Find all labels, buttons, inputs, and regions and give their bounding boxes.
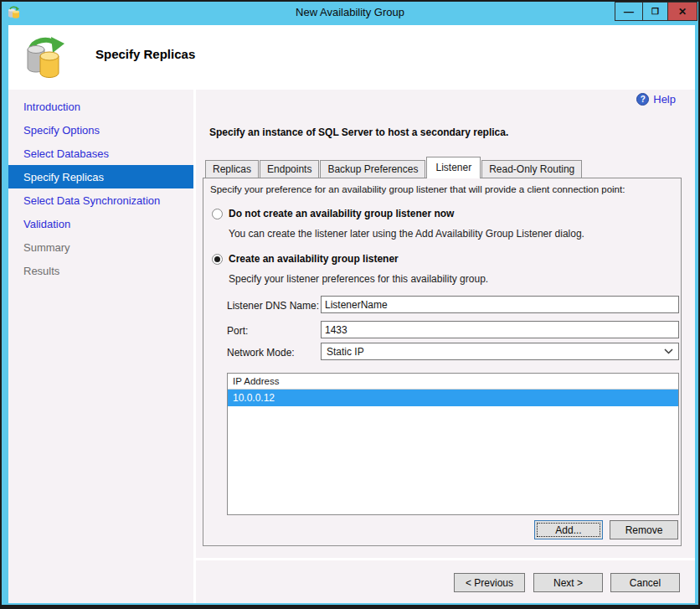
- tab-strip: Replicas Endpoints Backup Preferences Li…: [205, 157, 583, 178]
- sidebar-item-specify-options[interactable]: Specify Options: [8, 118, 193, 142]
- add-button[interactable]: Add...: [534, 520, 603, 539]
- cancel-button[interactable]: Cancel: [610, 573, 680, 592]
- previous-button[interactable]: < Previous: [454, 573, 525, 592]
- sidebar-item-summary: Summary: [8, 235, 193, 259]
- minimize-icon: —: [624, 6, 634, 18]
- maximize-icon: ❐: [651, 7, 659, 16]
- listener-dns-name-input[interactable]: [321, 296, 679, 313]
- main-content: ? Help Specify an instance of SQL Server…: [196, 90, 695, 603]
- radio-do-not-create-listener-description: You can create the listener later using …: [229, 228, 584, 240]
- page-instruction: Specify an instance of SQL Server to hos…: [209, 126, 508, 138]
- radio-create-listener[interactable]: [212, 254, 223, 265]
- radio-do-not-create-listener[interactable]: [212, 209, 223, 219]
- radio-create-listener-description: Specify your listener preferences for th…: [229, 273, 488, 285]
- close-icon: ✕: [678, 6, 687, 18]
- remove-button[interactable]: Remove: [610, 520, 678, 539]
- replica-database-icon: [22, 34, 67, 82]
- wizard-steps-sidebar: Introduction Specify Options Select Data…: [8, 90, 193, 603]
- network-mode-select[interactable]: Static IP: [321, 343, 679, 360]
- network-mode-label: Network Mode:: [227, 347, 295, 359]
- port-input[interactable]: [321, 321, 679, 338]
- window-controls: — ❐ ✕: [615, 2, 697, 21]
- wizard-body: Introduction Specify Options Select Data…: [8, 90, 695, 603]
- help-label: Help: [653, 93, 676, 106]
- sidebar-item-introduction[interactable]: Introduction: [8, 95, 193, 118]
- sidebar-item-select-data-synchronization[interactable]: Select Data Synchronization: [8, 188, 193, 212]
- ip-address-column-header[interactable]: IP Address: [228, 374, 678, 390]
- maximize-button[interactable]: ❐: [643, 2, 668, 21]
- tab-replicas[interactable]: Replicas: [205, 160, 259, 178]
- listener-tab-panel: Specify your preference for an availabil…: [203, 178, 682, 546]
- titlebar: New Availability Group — ❐ ✕: [2, 2, 698, 23]
- tab-backup-preferences[interactable]: Backup Preferences: [320, 160, 425, 178]
- sidebar-item-validation[interactable]: Validation: [8, 212, 193, 235]
- window-title: New Availability Group: [2, 6, 698, 18]
- window-frame: New Availability Group — ❐ ✕ Specify Rep…: [2, 2, 698, 605]
- help-icon: ?: [636, 93, 649, 106]
- chevron-down-icon: [664, 348, 673, 354]
- listener-dns-name-label: Listener DNS Name:: [227, 300, 319, 312]
- tab-listener[interactable]: Listener: [426, 157, 481, 178]
- ip-address-row[interactable]: 10.0.0.12: [228, 390, 678, 406]
- wizard-header: Specify Replicas: [8, 25, 695, 90]
- ip-address-list: IP Address 10.0.0.12: [227, 373, 679, 515]
- sidebar-item-select-databases[interactable]: Select Databases: [8, 142, 193, 165]
- close-button[interactable]: ✕: [668, 2, 697, 21]
- tab-read-only-routing[interactable]: Read-Only Routing: [481, 160, 582, 178]
- radio-create-listener-label[interactable]: Create an availability group listener: [229, 253, 399, 265]
- wizard-dialog: Specify Replicas Introduction Specify Op…: [8, 25, 695, 603]
- network-mode-value: Static IP: [327, 346, 664, 358]
- help-link[interactable]: ? Help: [636, 93, 676, 106]
- sidebar-item-results: Results: [8, 259, 193, 282]
- next-button[interactable]: Next >: [533, 573, 603, 592]
- radio-do-not-create-listener-label[interactable]: Do not create an availability group list…: [229, 208, 454, 219]
- footer-divider: [196, 558, 695, 560]
- minimize-button[interactable]: —: [615, 2, 643, 21]
- sidebar-item-specify-replicas[interactable]: Specify Replicas: [8, 165, 193, 188]
- listener-intro-text: Specify your preference for an availabil…: [210, 184, 625, 194]
- port-label: Port:: [227, 325, 248, 337]
- tab-endpoints[interactable]: Endpoints: [260, 160, 319, 178]
- page-title: Specify Replicas: [95, 47, 195, 61]
